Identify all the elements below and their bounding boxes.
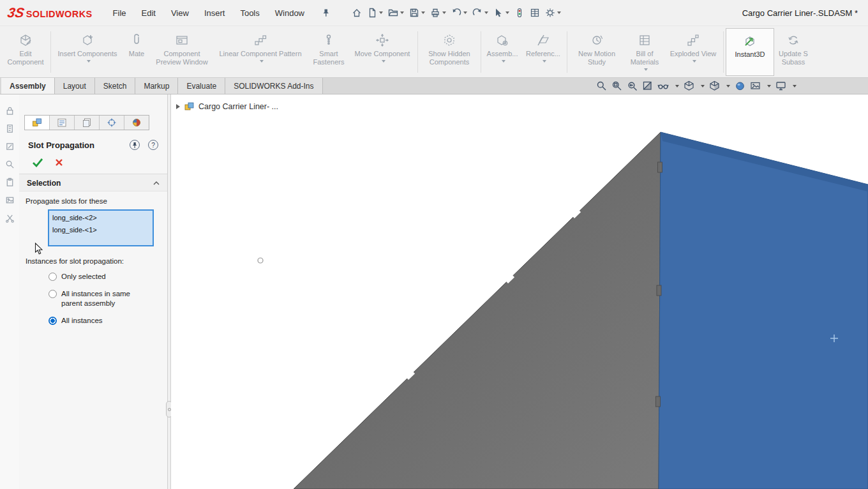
left-strip-clipboard-icon[interactable] [5,177,15,187]
ribbon-insert-components[interactable]: Insert Components [53,28,122,76]
rebuild-icon[interactable] [512,6,527,20]
edit-appearance-icon[interactable] [735,80,745,91]
menu-insert[interactable]: Insert [204,8,225,18]
save-icon[interactable] [407,6,428,20]
ribbon-update-subassemblies[interactable]: Update S Subass [774,28,812,76]
left-strip-document-icon[interactable] [5,124,15,133]
dropdown-caret-icon[interactable] [421,11,425,14]
ribbon-assembly-features[interactable]: Assemb... [483,28,521,76]
new-document-icon[interactable] [364,6,385,20]
pm-tab-propertymanager[interactable] [50,116,75,130]
menu-file[interactable]: File [113,8,126,18]
breadcrumb[interactable]: Cargo Carrier Liner- ... [176,102,278,111]
ribbon-move-component[interactable]: Move Component [349,28,415,76]
selection-listbox[interactable]: long_side-<2> long_side-<1> [48,209,154,246]
dropdown-caret-icon[interactable] [767,85,771,87]
ribbon-mate[interactable]: Mate [122,28,151,76]
collapse-chevron-icon[interactable] [153,181,160,185]
view-settings-icon[interactable] [775,80,786,91]
pm-tab-dimxpertmanager[interactable] [100,116,124,130]
dropdown-caret-icon[interactable] [726,85,730,87]
breadcrumb-expand-icon[interactable] [176,104,180,109]
file-properties-icon[interactable] [527,6,542,20]
ribbon-smart-fasteners[interactable]: Smart Fasteners [308,28,349,76]
dropdown-caret-icon[interactable] [400,11,404,14]
hide-show-items-icon[interactable] [657,80,669,91]
model-face-gray[interactable] [294,132,661,489]
menu-view[interactable]: View [171,8,189,18]
dropdown-caret-icon[interactable] [793,85,797,87]
home-icon[interactable] [349,6,364,20]
dropdown-caret-icon[interactable] [382,60,385,63]
left-strip-scissors-icon[interactable] [5,213,15,223]
apply-scene-icon[interactable] [750,80,761,91]
dropdown-caret-icon[interactable] [675,85,679,87]
dropdown-caret-icon[interactable] [463,11,467,14]
ribbon-edit-component[interactable]: Edit Component [3,28,49,76]
tab-assembly[interactable]: Assembly [1,78,55,94]
undo-icon[interactable] [449,6,470,20]
tab-sketch[interactable]: Sketch [95,78,136,94]
keep-visible-pin-icon[interactable] [130,140,140,150]
cancel-button[interactable] [55,158,63,167]
options-gear-icon[interactable] [542,6,564,20]
dropdown-caret-icon[interactable] [442,11,446,14]
pm-tab-displaymanager[interactable] [124,116,149,130]
ribbon-new-motion-study[interactable]: New Motion Study [569,28,624,76]
radio-circle[interactable] [49,273,57,281]
section-view-icon[interactable] [642,80,653,91]
ribbon-instant3d[interactable]: Instant3D [726,28,774,76]
left-strip-magnifier-icon[interactable] [5,160,15,169]
ribbon-exploded-view[interactable]: Exploded View [665,28,721,76]
ribbon-component-preview-window[interactable]: Component Preview Window [151,28,213,76]
left-strip-image-icon[interactable] [5,195,15,205]
menu-tools[interactable]: Tools [240,8,259,18]
dropdown-caret-icon[interactable] [379,11,383,14]
dropdown-caret-icon[interactable] [701,85,705,87]
pin-menu-icon[interactable] [322,8,330,17]
pm-tab-configurationmanager[interactable] [75,116,100,130]
zoom-to-area-icon[interactable] [611,80,622,91]
pm-tab-featuremanager[interactable] [25,116,50,130]
left-strip-note-icon[interactable] [5,142,15,151]
open-icon[interactable] [385,6,407,20]
radio-all-instances[interactable]: All instances [49,316,167,326]
dropdown-caret-icon[interactable] [502,60,505,63]
print-icon[interactable] [428,6,449,20]
view-orientation-icon[interactable] [709,80,720,91]
model-face-blue-selected[interactable] [659,132,868,489]
display-style-icon[interactable] [684,80,694,91]
ribbon-linear-component-pattern[interactable]: Linear Component Pattern [213,28,308,76]
dropdown-caret-icon[interactable] [644,68,648,71]
ribbon-reference-geometry[interactable]: Referenc... [521,28,565,76]
selection-list-item[interactable]: long_side-<1> [52,224,149,236]
selection-list-item[interactable]: long_side-<2> [52,212,149,224]
radio-all-instances-same-parent[interactable]: All instances in same parent assembly [49,289,167,309]
ribbon-bill-of-materials[interactable]: Bill of Materials [624,28,665,76]
zoom-to-fit-icon[interactable] [596,80,607,91]
ok-button[interactable] [32,158,43,167]
ribbon-show-hidden-components[interactable]: Show Hidden Components [420,28,479,76]
redo-icon[interactable] [470,6,491,20]
left-strip-lock-icon[interactable] [5,106,15,116]
model-canvas[interactable] [171,94,868,489]
help-icon[interactable]: ? [148,140,158,150]
menu-edit[interactable]: Edit [142,8,156,18]
tab-solidworks-add-ins[interactable]: SOLIDWORKS Add-Ins [225,78,322,94]
tab-evaluate[interactable]: Evaluate [178,78,225,94]
selection-group-header[interactable]: Selection [19,174,167,192]
radio-circle[interactable] [49,290,57,298]
tab-layout[interactable]: Layout [55,78,95,94]
dropdown-caret-icon[interactable] [260,60,264,63]
tab-markup[interactable]: Markup [135,78,178,94]
previous-view-icon[interactable] [627,80,638,91]
select-icon[interactable] [491,6,512,20]
dropdown-caret-icon[interactable] [87,60,91,63]
dropdown-caret-icon[interactable] [484,11,488,14]
menu-window[interactable]: Window [275,8,304,18]
dropdown-caret-icon[interactable] [692,60,696,63]
dropdown-caret-icon[interactable] [542,60,546,63]
graphics-area[interactable]: Cargo Carrier Liner- ... [171,94,868,489]
dropdown-caret-icon[interactable] [557,11,561,14]
dropdown-caret-icon[interactable] [505,11,509,14]
